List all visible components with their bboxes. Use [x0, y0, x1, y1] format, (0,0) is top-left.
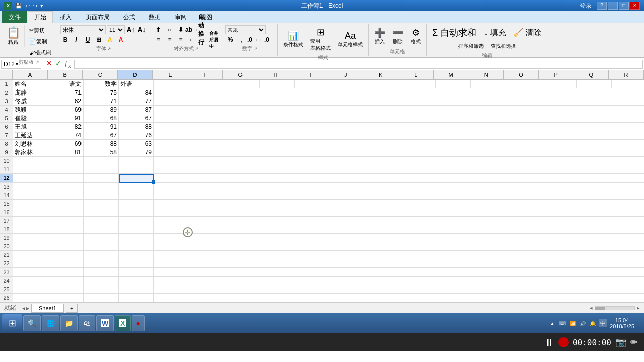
fill-color-button[interactable]: A — [105, 35, 115, 44]
taskbar-browser-button[interactable]: 🌐 — [42, 315, 59, 331]
maximize-button[interactable]: □ — [619, 2, 629, 10]
row-num-26[interactable]: 26 — [0, 294, 13, 302]
row-num-7[interactable]: 7 — [0, 131, 13, 140]
tab-file[interactable]: 文件 — [2, 11, 27, 23]
formula-input[interactable] — [74, 60, 643, 69]
col-header-I[interactable]: I — [293, 70, 329, 79]
merge-center-button[interactable]: 合并后居中 — [209, 35, 219, 44]
center-align-button[interactable]: ≡ — [165, 35, 175, 44]
row-num-19[interactable]: 19 — [0, 234, 13, 242]
row-num-6[interactable]: 6 — [0, 123, 13, 131]
tab-data[interactable]: 数据 — [142, 11, 168, 23]
cell-D8[interactable]: 63 — [119, 140, 154, 148]
paste-button[interactable]: 📋 粘贴 — [4, 25, 22, 47]
sheet-nav-left-button[interactable]: ◂ — [22, 305, 25, 312]
cell-N1[interactable] — [471, 80, 506, 88]
cell-E2[interactable] — [154, 88, 189, 97]
col-header-K[interactable]: K — [363, 70, 398, 79]
sort-filter-button[interactable]: 排序和筛选 — [456, 41, 486, 51]
wrap-text-button[interactable]: 自动换行 — [198, 25, 208, 34]
login-label[interactable]: 登录 — [580, 2, 592, 10]
cell-E12[interactable] — [154, 174, 189, 183]
cell-H1[interactable] — [260, 80, 295, 88]
cell-C10[interactable] — [84, 157, 119, 165]
tab-insert[interactable]: 插入 — [53, 11, 78, 23]
cell-B12[interactable] — [48, 174, 84, 183]
taskbar-bandicam-button[interactable]: ● — [132, 315, 145, 331]
cell-C4[interactable]: 89 — [84, 106, 119, 114]
percent-button[interactable]: % — [225, 35, 235, 44]
taskbar-word-button[interactable]: W — [96, 315, 114, 331]
cell-C12[interactable] — [84, 174, 119, 183]
cell-D9[interactable]: 79 — [119, 148, 154, 157]
cell-C9[interactable]: 58 — [84, 148, 119, 157]
border-button[interactable]: ⊞ — [94, 35, 104, 44]
cell-B8[interactable]: 69 — [48, 140, 84, 148]
row-num-16[interactable]: 16 — [0, 208, 13, 217]
undo-button[interactable]: ↩ — [24, 3, 31, 9]
row-num-20[interactable]: 20 — [0, 242, 13, 251]
cell-A7[interactable]: 王延达 — [13, 131, 48, 140]
row-num-22[interactable]: 22 — [0, 259, 13, 268]
cell-D6[interactable]: 88 — [119, 123, 154, 131]
bold-button[interactable]: B — [60, 35, 70, 44]
sheet-tab-sheet1[interactable]: Sheet1 — [31, 304, 64, 313]
row-num-14[interactable]: 14 — [0, 191, 13, 200]
stop-button[interactable] — [558, 337, 569, 347]
annotate-button[interactable]: ✏ — [630, 337, 638, 348]
cell-C7[interactable]: 67 — [84, 131, 119, 140]
conditional-format-button[interactable]: 📊 条件格式 — [281, 29, 306, 50]
left-align-button[interactable]: ≡ — [153, 35, 164, 44]
tab-review[interactable]: 审阅 — [168, 11, 193, 23]
row-num-25[interactable]: 25 — [0, 285, 13, 294]
right-align-button[interactable]: ≡ — [176, 35, 186, 44]
row-num-11[interactable]: 11 — [0, 165, 13, 174]
cell-A2[interactable]: 庞静 — [13, 88, 48, 97]
increase-decimal-button[interactable]: .0→ — [248, 35, 258, 44]
cell-C5[interactable]: 68 — [84, 114, 119, 123]
cell-C3[interactable]: 71 — [84, 97, 119, 106]
cell-C2[interactable]: 75 — [84, 88, 119, 97]
cell-A6[interactable]: 王旭 — [13, 123, 48, 131]
col-header-M[interactable]: M — [434, 70, 469, 79]
cell-A3[interactable]: 佟威 — [13, 97, 48, 106]
row-num-3[interactable]: 3 — [0, 97, 13, 106]
cell-B9[interactable]: 81 — [48, 148, 84, 157]
format-painter-button[interactable]: 🖌格式刷 — [27, 47, 54, 58]
col-header-O[interactable]: O — [504, 70, 539, 79]
cell-F1[interactable] — [189, 80, 224, 88]
taskbar-search-button[interactable]: 🔍 — [23, 315, 41, 331]
copy-button[interactable]: 📄复制 — [27, 36, 54, 47]
col-header-F[interactable]: F — [188, 70, 223, 79]
cell-A4[interactable]: 魏毅 — [13, 106, 48, 114]
table-format-button[interactable]: ⊞ 套用表格格式 — [308, 25, 333, 53]
row-num-4[interactable]: 4 — [0, 106, 13, 114]
row-num-13[interactable]: 13 — [0, 183, 13, 191]
text-angle-button[interactable]: ab→ — [187, 25, 197, 34]
cell-A12[interactable] — [13, 174, 48, 183]
sheet-nav-right-button[interactable]: ▸ — [26, 305, 29, 312]
scrollbar-thumb[interactable] — [595, 307, 605, 310]
scroll-left-button[interactable]: ◂ — [590, 305, 593, 311]
row-num-24[interactable]: 24 — [0, 277, 13, 285]
cell-B10[interactable] — [48, 157, 84, 165]
row-num-10[interactable]: 10 — [0, 157, 13, 165]
tab-formula[interactable]: 公式 — [117, 11, 142, 23]
notification-icon[interactable]: 🔔 — [589, 319, 597, 327]
row-num-1[interactable]: 1 — [0, 80, 13, 88]
row-num-18[interactable]: 18 — [0, 225, 13, 234]
cell-P1[interactable] — [541, 80, 577, 88]
cell-A5[interactable]: 崔毅 — [13, 114, 48, 123]
cell-D1[interactable]: 外语 — [119, 80, 154, 88]
decrease-indent-button[interactable]: ← — [187, 35, 197, 44]
comma-button[interactable]: , — [236, 35, 247, 44]
format-cell-button[interactable]: ⚙ 格式 — [408, 26, 423, 47]
redo-button[interactable]: ↪ — [32, 3, 38, 9]
col-header-A[interactable]: A — [13, 70, 48, 79]
scroll-right-button[interactable]: ▸ — [637, 305, 640, 311]
cell-A10[interactable] — [13, 157, 48, 165]
cell-E1[interactable] — [154, 80, 189, 88]
font-size-selector[interactable]: 11 — [107, 25, 125, 34]
cell-O1[interactable] — [506, 80, 541, 88]
middle-align-button[interactable]: ↔ — [165, 25, 175, 34]
